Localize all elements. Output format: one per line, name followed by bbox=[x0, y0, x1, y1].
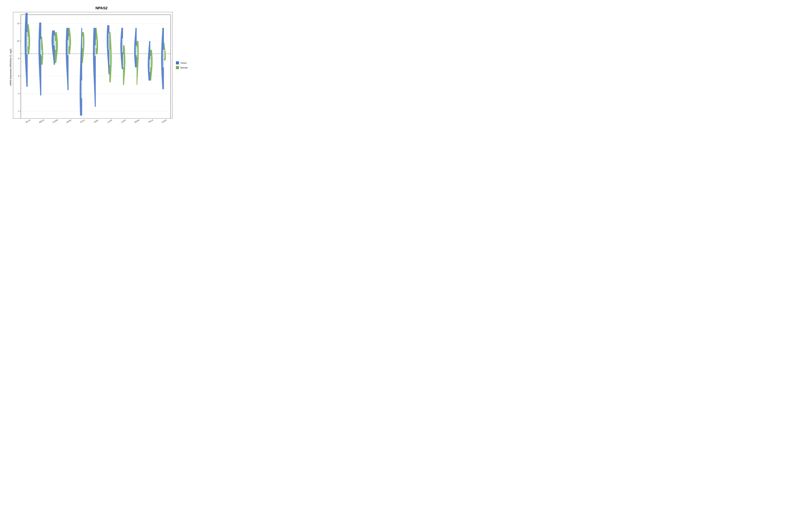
svg-rect-46 bbox=[54, 36, 55, 46]
chart-plot: 24681012 bbox=[13, 12, 172, 118]
svg-rect-44 bbox=[41, 50, 42, 56]
chart-title: NPAS2 bbox=[95, 6, 108, 10]
legend-item-normal: Normal bbox=[176, 66, 188, 69]
svg-rect-88 bbox=[149, 59, 150, 72]
svg-rect-82 bbox=[136, 46, 137, 55]
svg-rect-70 bbox=[108, 33, 109, 50]
svg-rect-68 bbox=[96, 39, 97, 48]
x-axis-labels: BLCABRCACOADHNSCKICHKIRCLUADLUSCPRADTHCA… bbox=[21, 119, 170, 122]
svg-text:6: 6 bbox=[18, 75, 19, 77]
y-axis-label: mRNA Expression (RNASeq V2, log2) bbox=[8, 12, 13, 122]
svg-rect-34 bbox=[27, 32, 28, 54]
svg-rect-40 bbox=[40, 39, 41, 54]
svg-text:2: 2 bbox=[18, 110, 19, 112]
legend: Tumor Normal bbox=[172, 12, 195, 118]
legend-label-normal: Normal bbox=[180, 66, 188, 69]
svg-rect-80 bbox=[123, 54, 124, 67]
svg-rect-98 bbox=[164, 50, 165, 59]
svg-rect-38 bbox=[28, 37, 29, 46]
legend-label-tumor: Tumor bbox=[180, 62, 187, 64]
svg-rect-86 bbox=[137, 47, 137, 57]
svg-rect-76 bbox=[122, 38, 123, 52]
svg-rect-52 bbox=[67, 40, 68, 55]
legend-item-tumor: Tumor bbox=[176, 61, 187, 64]
svg-rect-74 bbox=[109, 50, 110, 65]
chart-container: NPAS2 mRNA Expression (RNASeq V2, log2) … bbox=[8, 4, 195, 122]
svg-rect-92 bbox=[150, 56, 151, 67]
svg-text:12: 12 bbox=[17, 22, 19, 25]
legend-box-tumor bbox=[176, 61, 179, 64]
svg-text:10: 10 bbox=[17, 40, 19, 42]
legend-box-normal bbox=[176, 66, 179, 69]
svg-rect-64 bbox=[95, 46, 96, 56]
svg-text:4: 4 bbox=[18, 93, 19, 95]
svg-rect-62 bbox=[82, 37, 83, 48]
plot-svg: 24681012 bbox=[13, 12, 172, 118]
svg-text:8: 8 bbox=[18, 57, 19, 60]
svg-rect-58 bbox=[81, 80, 82, 98]
svg-rect-56 bbox=[68, 37, 69, 46]
